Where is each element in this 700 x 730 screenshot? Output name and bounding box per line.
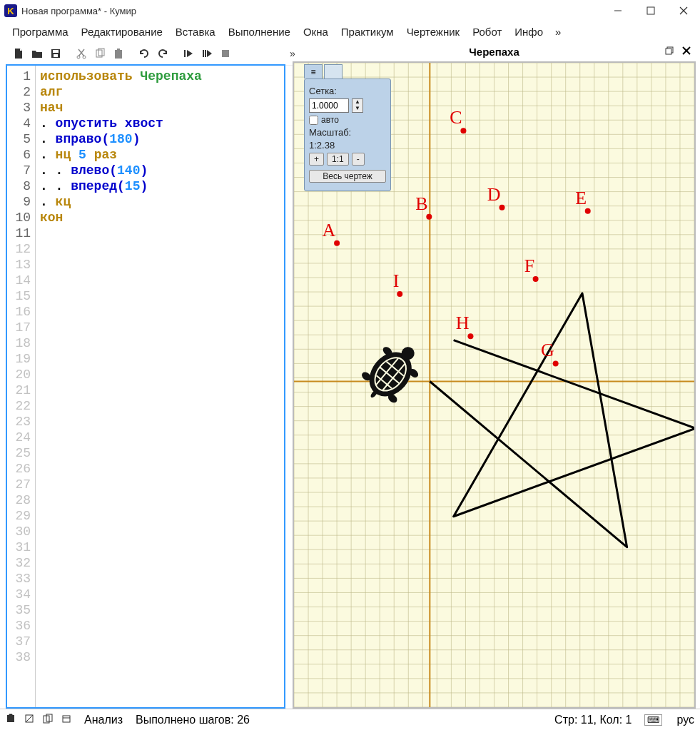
- svg-rect-124: [63, 716, 70, 722]
- menubar: Программа Редактирование Вставка Выполне…: [0, 21, 700, 41]
- point-label-D: D: [487, 184, 501, 206]
- status-keyboard-icon[interactable]: ⌨: [644, 714, 662, 726]
- svg-rect-6: [54, 54, 58, 57]
- canvas-close-button[interactable]: [680, 44, 693, 57]
- grid-spinner[interactable]: ▲▼: [352, 98, 363, 113]
- maximize-button[interactable]: [634, 0, 667, 21]
- new-file-icon[interactable]: [10, 45, 27, 62]
- point-label-B: B: [415, 193, 427, 215]
- save-file-icon[interactable]: [47, 45, 64, 62]
- open-file-icon[interactable]: [29, 45, 46, 62]
- status-icon-3[interactable]: [43, 714, 53, 726]
- status-icon-1[interactable]: [6, 714, 16, 726]
- control-tab-menu[interactable]: ≡: [304, 64, 323, 78]
- menu-practicum[interactable]: Практикум: [335, 24, 400, 40]
- svg-point-98: [334, 240, 340, 246]
- canvas-control-panel: Сетка: ▲▼ авто Масштаб: 1:2.38 + 1:1 -: [304, 78, 391, 191]
- svg-rect-16: [222, 50, 229, 57]
- svg-point-102: [585, 208, 591, 214]
- grid-value-input[interactable]: [309, 98, 349, 113]
- gutter: 1234567891011121314151617181920212223242…: [7, 66, 36, 707]
- zoom-out-button[interactable]: -: [352, 153, 365, 166]
- svg-point-104: [553, 360, 559, 366]
- control-tab-blank[interactable]: [324, 64, 343, 78]
- point-label-I: I: [393, 270, 400, 292]
- code-area[interactable]: использовать Черепахаалгнач. опустить хв…: [36, 66, 284, 707]
- point-label-A: A: [322, 220, 335, 241]
- toolbar: »: [6, 41, 305, 66]
- zoom-in-button[interactable]: +: [309, 153, 324, 166]
- app-logo: K: [4, 4, 17, 17]
- status-analysis: Анализ: [84, 714, 123, 726]
- canvas-dock-button[interactable]: [663, 44, 676, 57]
- status-icon-4[interactable]: [61, 714, 71, 726]
- step-icon[interactable]: [198, 45, 215, 62]
- stop-icon[interactable]: [217, 45, 234, 62]
- svg-point-105: [467, 333, 473, 339]
- svg-rect-13: [184, 50, 186, 57]
- minimize-button[interactable]: [602, 0, 634, 21]
- svg-point-101: [499, 205, 505, 211]
- run-icon[interactable]: [180, 45, 197, 62]
- svg-rect-15: [205, 50, 206, 57]
- status-icon-2[interactable]: [24, 714, 34, 726]
- point-label-E: E: [575, 188, 587, 209]
- status-steps: Выполнено шагов: 26: [136, 714, 250, 726]
- status-icons: [6, 714, 71, 726]
- menu-run[interactable]: Выполнение: [222, 24, 297, 40]
- code-editor[interactable]: 1234567891011121314151617181920212223242…: [6, 64, 285, 709]
- status-cursor: Стр: 11, Кол: 1: [554, 714, 631, 726]
- svg-rect-14: [203, 50, 204, 57]
- menu-windows[interactable]: Окна: [297, 24, 335, 40]
- svg-rect-5: [53, 50, 59, 53]
- canvas-control-tabs: ≡: [304, 64, 344, 80]
- grid-label: Сетка:: [309, 86, 337, 96]
- canvas-title-text: Черепаха: [469, 46, 519, 58]
- svg-rect-11: [115, 50, 122, 59]
- point-label-C: C: [450, 107, 462, 128]
- canvas-area[interactable]: ≡ Сетка: ▲▼ авто Масштаб: 1:2.38 + 1:1: [293, 61, 696, 709]
- status-lang: рус: [676, 714, 694, 726]
- statusbar: Анализ Выполнено шагов: 26 Стр: 11, Кол:…: [0, 709, 700, 730]
- redo-icon[interactable]: [154, 45, 171, 62]
- menu-draftsman[interactable]: Чертежник: [400, 24, 467, 40]
- svg-point-103: [533, 276, 539, 282]
- svg-point-100: [460, 128, 466, 133]
- canvas-panel: Черепаха ≡ Сетка: ▲▼: [293, 41, 696, 709]
- auto-label: авто: [321, 115, 339, 125]
- svg-rect-120: [7, 715, 14, 722]
- svg-point-99: [426, 214, 432, 220]
- paste-icon[interactable]: [110, 45, 127, 62]
- editor-panel: » 12345678910111213141516171819202122232…: [6, 41, 285, 709]
- scale-value: 1:2.38: [309, 140, 335, 151]
- menu-program[interactable]: Программа: [6, 24, 75, 40]
- auto-checkbox[interactable]: [309, 116, 318, 125]
- svg-rect-18: [666, 49, 671, 54]
- canvas-titlebar: Черепаха: [293, 41, 696, 61]
- menu-info[interactable]: Инфо: [508, 24, 549, 40]
- cut-icon[interactable]: [73, 45, 90, 62]
- menu-edit[interactable]: Редактирование: [75, 24, 169, 40]
- svg-rect-12: [117, 49, 120, 51]
- window-title: Новая программа* - Кумир: [21, 6, 136, 16]
- menu-insert[interactable]: Вставка: [169, 24, 222, 40]
- point-label-G: G: [541, 340, 554, 361]
- zoom-reset-button[interactable]: 1:1: [327, 153, 349, 166]
- close-button[interactable]: [667, 0, 700, 21]
- copy-icon[interactable]: [91, 45, 108, 62]
- main-split: » 12345678910111213141516171819202122232…: [0, 41, 700, 709]
- svg-point-106: [397, 291, 402, 297]
- titlebar: K Новая программа* - Кумир: [0, 0, 700, 21]
- menu-robot[interactable]: Робот: [466, 24, 508, 40]
- svg-rect-1: [647, 7, 654, 14]
- point-label-F: F: [524, 255, 534, 277]
- point-label-H: H: [456, 313, 470, 334]
- scale-label: Масштаб:: [309, 127, 351, 138]
- undo-icon[interactable]: [136, 45, 153, 62]
- fit-all-button[interactable]: Весь чертеж: [309, 170, 386, 183]
- menu-more[interactable]: »: [549, 24, 567, 40]
